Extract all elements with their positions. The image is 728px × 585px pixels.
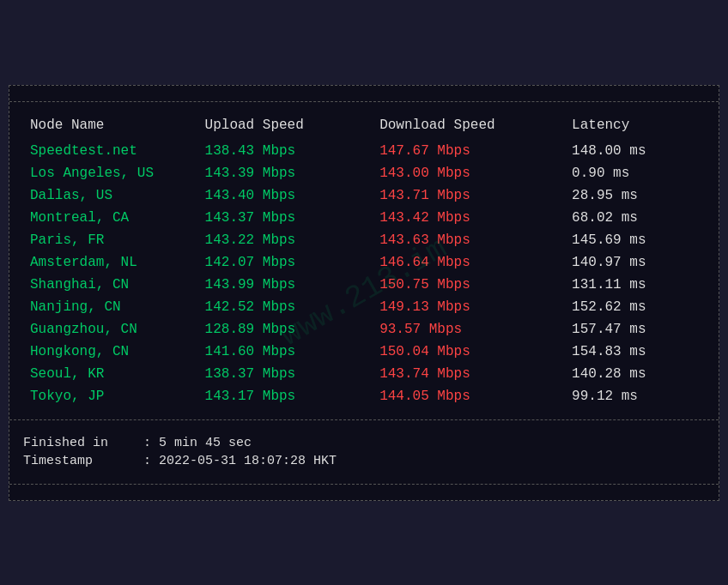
finished-row: Finished in : 5 min 45 sec [23,434,705,452]
node-name-cell: Speedtest.net [23,140,198,162]
table-row: Speedtest.net138.43 Mbps147.67 Mbps148.0… [23,140,705,162]
middle-divider [9,419,719,420]
download-speed-cell: 149.13 Mbps [373,296,565,318]
node-name-cell: Los Angeles, US [23,162,198,184]
upload-speed-cell: 143.22 Mbps [198,229,373,251]
node-name-cell: Hongkong, CN [23,341,198,363]
upload-speed-cell: 143.17 Mbps [198,385,373,407]
latency-cell: 0.90 ms [565,162,705,184]
node-name-cell: Dallas, US [23,184,198,207]
node-name-cell: Amsterdam, NL [23,251,198,274]
download-speed-cell: 150.75 Mbps [373,274,565,296]
latency-cell: 154.83 ms [565,341,705,363]
table-row: Dallas, US143.40 Mbps143.71 Mbps28.95 ms [23,184,705,207]
table-row: Nanjing, CN142.52 Mbps149.13 Mbps152.62 … [23,296,705,318]
upload-speed-cell: 142.07 Mbps [198,251,373,274]
latency-cell: 140.28 ms [565,363,705,385]
table-row: Los Angeles, US143.39 Mbps143.00 Mbps0.9… [23,162,705,184]
timestamp-value: : 2022-05-31 18:07:28 HKT [143,454,337,468]
table-row: Shanghai, CN143.99 Mbps150.75 Mbps131.11… [23,274,705,296]
table-row: Seoul, KR138.37 Mbps143.74 Mbps140.28 ms [23,363,705,385]
download-speed-cell: 147.67 Mbps [373,140,565,162]
main-container: www.213.im Node Name Upload Speed Downlo… [9,85,719,501]
download-speed-cell: 143.71 Mbps [373,184,565,207]
bottom-divider [9,484,719,485]
table-row: Amsterdam, NL142.07 Mbps146.64 Mbps140.9… [23,251,705,274]
upload-speed-cell: 128.89 Mbps [198,318,373,341]
download-speed-cell: 146.64 Mbps [373,251,565,274]
node-name-cell: Tokyo, JP [23,385,198,407]
latency-cell: 140.97 ms [565,251,705,274]
download-speed-cell: 143.74 Mbps [373,363,565,385]
timestamp-row: Timestamp : 2022-05-31 18:07:28 HKT [23,452,705,470]
header-download: Download Speed [373,114,565,140]
table-row: Montreal, CA143.37 Mbps143.42 Mbps68.02 … [23,207,705,229]
table-header-row: Node Name Upload Speed Download Speed La… [23,114,705,140]
latency-cell: 148.00 ms [565,140,705,162]
latency-cell: 145.69 ms [565,229,705,251]
latency-cell: 152.62 ms [565,296,705,318]
upload-speed-cell: 143.39 Mbps [198,162,373,184]
header-latency: Latency [565,114,705,140]
node-name-cell: Montreal, CA [23,207,198,229]
footer-section: Finished in : 5 min 45 sec Timestamp : 2… [9,427,719,477]
node-name-cell: Seoul, KR [23,363,198,385]
download-speed-cell: 144.05 Mbps [373,385,565,407]
upload-speed-cell: 138.43 Mbps [198,140,373,162]
node-name-cell: Shanghai, CN [23,274,198,296]
node-name-cell: Guangzhou, CN [23,318,198,341]
node-name-cell: Paris, FR [23,229,198,251]
header-upload: Upload Speed [198,114,373,140]
table-row: Guangzhou, CN128.89 Mbps93.57 Mbps157.47… [23,318,705,341]
node-name-cell: Nanjing, CN [23,296,198,318]
table-row: Tokyo, JP143.17 Mbps144.05 Mbps99.12 ms [23,385,705,407]
download-speed-cell: 143.00 Mbps [373,162,565,184]
download-speed-cell: 143.42 Mbps [373,207,565,229]
top-divider [9,101,719,102]
timestamp-label: Timestamp [23,454,143,468]
upload-speed-cell: 143.40 Mbps [198,184,373,207]
latency-cell: 28.95 ms [565,184,705,207]
latency-cell: 68.02 ms [565,207,705,229]
table-section: Node Name Upload Speed Download Speed La… [9,109,719,413]
header-node: Node Name [23,114,198,140]
download-speed-cell: 143.63 Mbps [373,229,565,251]
speed-table: Node Name Upload Speed Download Speed La… [23,114,705,407]
upload-speed-cell: 142.52 Mbps [198,296,373,318]
finished-value: : 5 min 45 sec [143,436,252,450]
table-row: Hongkong, CN141.60 Mbps150.04 Mbps154.83… [23,341,705,363]
download-speed-cell: 150.04 Mbps [373,341,565,363]
table-row: Paris, FR143.22 Mbps143.63 Mbps145.69 ms [23,229,705,251]
upload-speed-cell: 143.37 Mbps [198,207,373,229]
upload-speed-cell: 143.99 Mbps [198,274,373,296]
latency-cell: 99.12 ms [565,385,705,407]
latency-cell: 131.11 ms [565,274,705,296]
latency-cell: 157.47 ms [565,318,705,341]
upload-speed-cell: 141.60 Mbps [198,341,373,363]
finished-label: Finished in [23,436,143,450]
upload-speed-cell: 138.37 Mbps [198,363,373,385]
download-speed-cell: 93.57 Mbps [373,318,565,341]
